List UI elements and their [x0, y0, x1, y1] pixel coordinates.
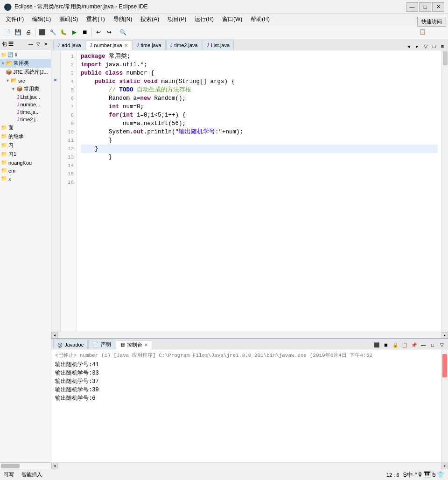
console-new-btn[interactable]: 📋 — [400, 341, 409, 349]
toolbar-btn2[interactable]: 🔧 — [48, 27, 58, 37]
sidebar-item-project-xi1[interactable]: 📁 习1 — [0, 150, 51, 159]
quick-access-button[interactable]: 快速访问 — [417, 17, 446, 27]
plain-6b: Random(); — [151, 94, 186, 103]
menu-help[interactable]: 帮助(H) — [247, 14, 273, 24]
editor-scrollbar[interactable] — [441, 50, 448, 332]
gutter-9 — [51, 118, 60, 126]
tab-addjava[interactable]: J add.java — [53, 40, 85, 50]
src-folder-icon: 📂 — [11, 77, 17, 83]
toolbar-btn6[interactable]: 🔍 — [118, 27, 128, 37]
console-close-icon[interactable]: ✕ — [144, 342, 148, 348]
hscroll-right-btn[interactable]: ▸ — [441, 332, 448, 339]
sidebar-menu-btn[interactable]: ▽ — [35, 41, 42, 48]
console-collapse-btn[interactable]: — — [419, 341, 427, 349]
code-line-6: Random a=new Random(); — [81, 94, 438, 103]
sidebar-item-project-em[interactable]: 📁 em — [0, 167, 51, 174]
sidebar-collapse-btn[interactable]: — — [28, 41, 34, 48]
sidebar-collapse-all-btn[interactable]: ⇩ — [14, 52, 18, 57]
x-label: x — [8, 176, 11, 181]
sidebar-refresh-btn[interactable]: 🔄 — [7, 52, 13, 57]
console-pin-btn[interactable]: 📌 — [410, 341, 418, 349]
toolbar-btn4[interactable]: ↩ — [93, 27, 104, 37]
sidebar-item-project-xi[interactable]: 📁 习 — [0, 141, 51, 150]
toolbar-perspective1[interactable]: 📋 — [417, 27, 427, 37]
maximize-button[interactable]: □ — [419, 2, 431, 12]
toolbar-btn1[interactable]: ⬛ — [37, 27, 47, 37]
tab-nav-menu[interactable]: ▽ — [422, 42, 429, 50]
sidebar-new-btn[interactable]: 📁 — [1, 52, 7, 57]
sidebar-item-project-mian[interactable]: 📁 面 — [0, 123, 51, 132]
sidebar-item-project-huangkou[interactable]: 📁 nuangKou — [0, 159, 51, 167]
toolbar-print[interactable]: 🖨 — [23, 27, 34, 37]
bottom-panel: @ Javadoc 📄 声明 🖥 控制台 ✕ ⬛ ⏹ 🔒 📋 — [51, 338, 448, 469]
sidebar-item-project-1[interactable]: ▼ 📂 常用类 — [0, 59, 51, 68]
tab-view-menu[interactable]: ≡ — [439, 42, 446, 50]
sidebar-item-jre[interactable]: 📦 JRE 系统库[J... — [0, 68, 51, 77]
menu-edit[interactable]: 编辑(E) — [28, 14, 55, 24]
tab-listjava[interactable]: J List.java — [203, 40, 234, 50]
console-stop-btn[interactable]: ⏹ — [382, 341, 390, 349]
console-scrollbar[interactable] — [441, 349, 448, 462]
sidebar-item-package[interactable]: ▼ 📦 常用类 — [0, 84, 51, 93]
toolbar-save[interactable]: 💾 — [13, 27, 23, 37]
console-maximize-btn[interactable]: □ — [428, 341, 437, 349]
toolbar-debug[interactable]: 🐛 — [58, 27, 69, 37]
sidebar-item-time2java[interactable]: J time2.j... — [0, 116, 51, 123]
menu-source[interactable]: 源码(S) — [56, 14, 82, 24]
bottom-tab-javadoc[interactable]: @ Javadoc — [53, 340, 88, 349]
jre-label: JRE 系统库[J... — [13, 69, 48, 76]
bottom-tab-console[interactable]: 🖥 控制台 ✕ — [116, 340, 152, 349]
tab-nav-left[interactable]: ◂ — [405, 42, 413, 50]
toolbar-btn5[interactable]: ↪ — [104, 27, 114, 37]
plain-3b: number { — [123, 69, 154, 77]
sidebar-item-listjava[interactable]: J List.jav... — [0, 93, 51, 101]
sidebar-item-project-inherit[interactable]: 📁 的继承 — [0, 132, 51, 141]
console-hscrollbar[interactable]: ◂ ▸ — [51, 462, 448, 469]
menu-project[interactable]: 项目(P) — [164, 14, 190, 24]
toolbar-new[interactable]: 📄 — [2, 27, 12, 37]
tab-timejava[interactable]: J time.java — [133, 40, 166, 50]
sidebar-item-project-x[interactable]: 📁 x — [0, 174, 51, 182]
console-hscroll-right[interactable]: ▸ — [441, 463, 448, 469]
menu-refactor[interactable]: 重构(T) — [83, 14, 108, 24]
menu-file[interactable]: 文件(F) — [2, 14, 28, 24]
bottom-tab-declaration[interactable]: 📄 声明 — [88, 340, 115, 349]
code-content[interactable]: package 常用类; import java.util.*; public … — [77, 50, 441, 332]
menu-run[interactable]: 运行(R) — [191, 14, 217, 24]
plain-10b: .println( — [144, 128, 175, 136]
sidebar-title: 包 ☰ — [2, 41, 14, 48]
console-content[interactable]: <已终止> number (1) [Java 应用程序] C:\Program … — [51, 349, 441, 462]
gutter-1 — [51, 50, 60, 59]
plain-10a: System. — [81, 128, 133, 136]
sidebar-hscroll[interactable] — [0, 462, 51, 469]
javadoc-label: Javadoc — [64, 342, 84, 348]
inherit-label: 的继承 — [8, 133, 24, 140]
toolbar-run[interactable]: ▶ — [69, 27, 79, 37]
code-editor[interactable]: ▶ 1 2 3 4 5 6 — [51, 50, 448, 332]
console-menu-btn[interactable]: ▽ — [438, 341, 446, 349]
menu-search[interactable]: 搜索(A) — [137, 14, 163, 24]
toolbar-btn3[interactable]: ⏹ — [80, 27, 90, 37]
tab-numberjava-close[interactable]: ✕ — [124, 43, 128, 48]
console-header: <已终止> number (1) [Java 应用程序] C:\Program … — [55, 351, 438, 360]
menu-window[interactable]: 窗口(W) — [218, 14, 246, 24]
tab-time2java[interactable]: J time2.java — [166, 40, 202, 50]
gutter-12 — [51, 143, 60, 151]
linenum-16: 16 — [61, 178, 77, 187]
tab-numberjava[interactable]: J number.java ✕ — [86, 40, 132, 50]
console-clear-btn[interactable]: ⬛ — [372, 341, 381, 349]
sidebar-item-numberjava[interactable]: J numbe... — [0, 101, 51, 108]
console-scroll-lock-btn[interactable]: 🔒 — [391, 341, 399, 349]
sidebar-close-btn[interactable]: ✕ — [42, 41, 49, 48]
sidebar-item-timejava[interactable]: J time.ja... — [0, 108, 51, 116]
tab-maximize[interactable]: □ — [430, 42, 438, 50]
editor-hscrollbar[interactable]: ◂ ▸ — [51, 332, 448, 338]
sidebar-item-src[interactable]: ▼ 📂 src — [0, 77, 51, 84]
hscroll-left-btn[interactable]: ◂ — [51, 332, 58, 339]
close-button[interactable]: ✕ — [432, 2, 444, 12]
menu-navigate[interactable]: 导航(N) — [110, 14, 136, 24]
console-hscroll-left[interactable]: ◂ — [51, 463, 58, 469]
tab-nav-right[interactable]: ▸ — [413, 42, 421, 50]
status-position: 12 : 6 — [386, 472, 399, 478]
minimize-button[interactable]: — — [406, 2, 418, 12]
